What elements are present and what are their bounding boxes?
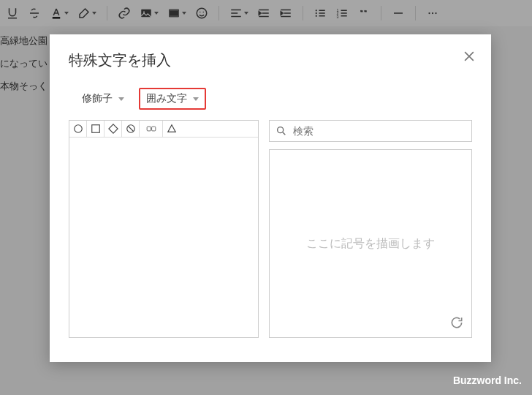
- chevron-down-icon: [118, 97, 124, 101]
- reset-button[interactable]: [449, 315, 464, 330]
- search-box[interactable]: [269, 120, 472, 142]
- subcategory-dropdown[interactable]: 囲み文字: [139, 88, 206, 110]
- draw-area[interactable]: ここに記号を描画します: [269, 149, 472, 338]
- char-keycap[interactable]: [140, 121, 163, 137]
- char-prohibit[interactable]: [122, 121, 140, 137]
- category-label: 修飾子: [82, 92, 113, 105]
- close-icon: [462, 49, 476, 64]
- svg-rect-22: [151, 127, 155, 131]
- chevron-down-icon: [193, 97, 199, 101]
- search-input[interactable]: [293, 125, 466, 137]
- dialog-panels: ここに記号を描画します: [69, 120, 472, 338]
- svg-point-23: [278, 127, 284, 133]
- char-row: [69, 121, 258, 138]
- char-diamond[interactable]: [104, 121, 122, 137]
- right-panel: ここに記号を描画します: [269, 120, 472, 338]
- search-icon: [276, 125, 287, 137]
- svg-point-18: [74, 125, 82, 133]
- draw-hint: ここに記号を描画します: [306, 236, 435, 252]
- subcategory-label: 囲み文字: [146, 92, 187, 105]
- dropdown-row: 修飾子 囲み文字: [69, 88, 472, 110]
- svg-rect-19: [91, 125, 99, 133]
- char-circle[interactable]: [69, 121, 87, 137]
- char-square[interactable]: [87, 121, 104, 137]
- dialog-title: 特殊文字を挿入: [69, 50, 472, 70]
- watermark: Buzzword Inc.: [453, 375, 522, 386]
- character-grid: [69, 120, 259, 338]
- special-characters-dialog: 特殊文字を挿入 修飾子 囲み文字: [50, 34, 491, 362]
- category-dropdown[interactable]: 修飾子: [76, 88, 130, 110]
- reset-icon: [449, 315, 464, 330]
- char-triangle[interactable]: [163, 121, 180, 137]
- svg-rect-21: [147, 127, 151, 131]
- close-button[interactable]: [462, 49, 476, 64]
